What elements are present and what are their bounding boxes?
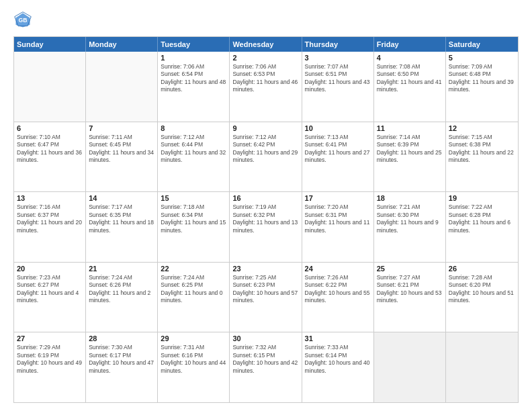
calendar-cell: 1Sunrise: 7:06 AM Sunset: 6:54 PM Daylig… [158,52,230,122]
day-number: 20 [17,265,83,273]
calendar-cell: 30Sunrise: 7:32 AM Sunset: 6:15 PM Dayli… [230,332,302,402]
calendar-cell: 28Sunrise: 7:30 AM Sunset: 6:17 PM Dayli… [86,332,158,402]
day-number: 23 [232,265,298,273]
calendar-cell: 9Sunrise: 7:12 AM Sunset: 6:42 PM Daylig… [230,122,302,192]
day-number: 12 [449,124,515,132]
svg-text:GB: GB [18,17,27,24]
calendar-cell: 21Sunrise: 7:24 AM Sunset: 6:26 PM Dayli… [86,263,158,332]
calendar-cell: 11Sunrise: 7:14 AM Sunset: 6:39 PM Dayli… [374,122,446,192]
cell-sun-info: Sunrise: 7:20 AM Sunset: 6:31 PM Dayligh… [305,203,371,234]
calendar-row-2: 6Sunrise: 7:10 AM Sunset: 6:47 PM Daylig… [14,122,518,192]
calendar-cell: 27Sunrise: 7:29 AM Sunset: 6:19 PM Dayli… [14,332,86,402]
day-number: 22 [161,265,226,273]
day-number: 16 [232,194,298,202]
day-number: 6 [17,124,83,132]
day-number: 11 [377,124,443,132]
calendar-cell: 25Sunrise: 7:27 AM Sunset: 6:21 PM Dayli… [374,263,446,332]
cell-sun-info: Sunrise: 7:26 AM Sunset: 6:22 PM Dayligh… [305,274,371,305]
calendar-cell: 6Sunrise: 7:10 AM Sunset: 6:47 PM Daylig… [14,122,86,192]
cell-sun-info: Sunrise: 7:24 AM Sunset: 6:25 PM Dayligh… [161,274,226,305]
cell-sun-info: Sunrise: 7:21 AM Sunset: 6:30 PM Dayligh… [377,203,443,234]
cell-sun-info: Sunrise: 7:08 AM Sunset: 6:50 PM Dayligh… [377,63,443,94]
day-number: 25 [377,265,443,273]
calendar-header: SundayMondayTuesdayWednesdayThursdayFrid… [14,37,518,52]
cell-sun-info: Sunrise: 7:16 AM Sunset: 6:37 PM Dayligh… [17,203,83,234]
calendar-cell: 22Sunrise: 7:24 AM Sunset: 6:25 PM Dayli… [158,263,230,332]
day-number: 5 [449,54,515,62]
cell-sun-info: Sunrise: 7:12 AM Sunset: 6:42 PM Dayligh… [232,134,298,165]
cell-sun-info: Sunrise: 7:09 AM Sunset: 6:48 PM Dayligh… [449,63,515,94]
calendar-cell: 15Sunrise: 7:18 AM Sunset: 6:34 PM Dayli… [158,192,230,262]
page: GB SundayMondayTuesdayWednesdayThursdayF… [0,0,532,411]
cell-sun-info: Sunrise: 7:22 AM Sunset: 6:28 PM Dayligh… [449,203,515,234]
cell-sun-info: Sunrise: 7:33 AM Sunset: 6:14 PM Dayligh… [305,344,371,375]
header: GB [13,11,519,30]
header-day-saturday: Saturday [446,37,518,52]
day-number: 15 [161,194,226,202]
day-number: 31 [305,334,371,342]
day-number: 30 [232,334,298,342]
calendar-cell: 13Sunrise: 7:16 AM Sunset: 6:37 PM Dayli… [14,192,86,262]
cell-sun-info: Sunrise: 7:19 AM Sunset: 6:32 PM Dayligh… [232,203,298,234]
cell-sun-info: Sunrise: 7:30 AM Sunset: 6:17 PM Dayligh… [89,344,154,375]
day-number: 19 [449,194,515,202]
calendar: SundayMondayTuesdayWednesdayThursdayFrid… [13,36,519,403]
cell-sun-info: Sunrise: 7:06 AM Sunset: 6:54 PM Dayligh… [161,63,226,94]
logo: GB [13,11,35,30]
header-day-thursday: Thursday [302,37,374,52]
day-number: 3 [305,54,371,62]
day-number: 29 [161,334,226,342]
calendar-cell: 7Sunrise: 7:11 AM Sunset: 6:45 PM Daylig… [86,122,158,192]
header-day-tuesday: Tuesday [158,37,230,52]
cell-sun-info: Sunrise: 7:32 AM Sunset: 6:15 PM Dayligh… [232,344,298,375]
cell-sun-info: Sunrise: 7:11 AM Sunset: 6:45 PM Dayligh… [89,134,154,165]
calendar-cell [374,332,446,402]
calendar-cell: 8Sunrise: 7:12 AM Sunset: 6:44 PM Daylig… [158,122,230,192]
day-number: 18 [377,194,443,202]
header-day-sunday: Sunday [14,37,86,52]
day-number: 10 [305,124,371,132]
calendar-cell: 16Sunrise: 7:19 AM Sunset: 6:32 PM Dayli… [230,192,302,262]
calendar-cell: 26Sunrise: 7:28 AM Sunset: 6:20 PM Dayli… [446,263,518,332]
calendar-row-4: 20Sunrise: 7:23 AM Sunset: 6:27 PM Dayli… [14,262,518,332]
cell-sun-info: Sunrise: 7:12 AM Sunset: 6:44 PM Dayligh… [161,134,226,165]
cell-sun-info: Sunrise: 7:24 AM Sunset: 6:26 PM Dayligh… [89,274,154,305]
calendar-body: 1Sunrise: 7:06 AM Sunset: 6:54 PM Daylig… [14,52,518,402]
calendar-cell: 10Sunrise: 7:13 AM Sunset: 6:41 PM Dayli… [302,122,374,192]
calendar-cell: 3Sunrise: 7:07 AM Sunset: 6:51 PM Daylig… [302,52,374,122]
calendar-row-1: 1Sunrise: 7:06 AM Sunset: 6:54 PM Daylig… [14,52,518,122]
day-number: 28 [89,334,154,342]
calendar-cell: 19Sunrise: 7:22 AM Sunset: 6:28 PM Dayli… [446,192,518,262]
cell-sun-info: Sunrise: 7:31 AM Sunset: 6:16 PM Dayligh… [161,344,226,375]
day-number: 27 [17,334,83,342]
day-number: 24 [305,265,371,273]
day-number: 13 [17,194,83,202]
calendar-cell: 24Sunrise: 7:26 AM Sunset: 6:22 PM Dayli… [302,263,374,332]
day-number: 17 [305,194,371,202]
cell-sun-info: Sunrise: 7:28 AM Sunset: 6:20 PM Dayligh… [449,274,515,305]
calendar-cell [14,52,86,122]
cell-sun-info: Sunrise: 7:18 AM Sunset: 6:34 PM Dayligh… [161,203,226,234]
day-number: 4 [377,54,443,62]
cell-sun-info: Sunrise: 7:07 AM Sunset: 6:51 PM Dayligh… [305,63,371,94]
calendar-cell: 4Sunrise: 7:08 AM Sunset: 6:50 PM Daylig… [374,52,446,122]
cell-sun-info: Sunrise: 7:29 AM Sunset: 6:19 PM Dayligh… [17,344,83,375]
calendar-cell [446,332,518,402]
calendar-cell: 31Sunrise: 7:33 AM Sunset: 6:14 PM Dayli… [302,332,374,402]
day-number: 14 [89,194,154,202]
cell-sun-info: Sunrise: 7:27 AM Sunset: 6:21 PM Dayligh… [377,274,443,305]
cell-sun-info: Sunrise: 7:17 AM Sunset: 6:35 PM Dayligh… [89,203,154,234]
cell-sun-info: Sunrise: 7:06 AM Sunset: 6:53 PM Dayligh… [232,63,298,94]
calendar-row-5: 27Sunrise: 7:29 AM Sunset: 6:19 PM Dayli… [14,332,518,402]
calendar-cell: 12Sunrise: 7:15 AM Sunset: 6:38 PM Dayli… [446,122,518,192]
cell-sun-info: Sunrise: 7:23 AM Sunset: 6:27 PM Dayligh… [17,274,83,305]
day-number: 7 [89,124,154,132]
cell-sun-info: Sunrise: 7:13 AM Sunset: 6:41 PM Dayligh… [305,134,371,165]
calendar-cell: 18Sunrise: 7:21 AM Sunset: 6:30 PM Dayli… [374,192,446,262]
header-day-friday: Friday [374,37,446,52]
calendar-cell: 23Sunrise: 7:25 AM Sunset: 6:23 PM Dayli… [230,263,302,332]
logo-icon: GB [13,11,32,30]
day-number: 21 [89,265,154,273]
cell-sun-info: Sunrise: 7:10 AM Sunset: 6:47 PM Dayligh… [17,134,83,165]
day-number: 26 [449,265,515,273]
